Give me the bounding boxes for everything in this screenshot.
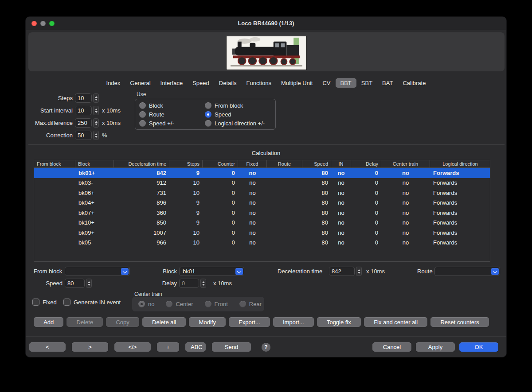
reset-counters-button[interactable]: Reset counters (430, 317, 489, 327)
from-block-combo[interactable] (65, 267, 130, 276)
export-button[interactable]: Export... (229, 317, 270, 327)
modify-button[interactable]: Modify (189, 317, 226, 327)
radio-option-from-block[interactable]: From block (205, 102, 275, 109)
table-row[interactable]: bk05-966100no80no0noForwards (34, 238, 490, 248)
column-header-counter[interactable]: Counter (203, 160, 238, 167)
next-loco-button[interactable]: > (72, 342, 108, 352)
chevron-down-icon[interactable] (121, 268, 129, 275)
column-header-in[interactable]: IN (331, 160, 351, 167)
cell-speed: 80 (302, 168, 331, 178)
correction-stepper[interactable] (93, 131, 99, 140)
help-button[interactable]: ? (262, 343, 270, 352)
abc-button[interactable]: ABC (185, 342, 206, 352)
column-header-delay[interactable]: Delay (351, 160, 381, 167)
column-header-block[interactable]: Block (75, 160, 114, 167)
cell-steps: 10 (169, 228, 203, 238)
tab-cv[interactable]: CV (317, 78, 335, 88)
route-combo[interactable] (434, 267, 500, 276)
delay-stepper[interactable] (200, 279, 206, 288)
radio-option-block[interactable]: Block (139, 102, 205, 109)
toggle-fix-button[interactable]: Toggle fix (317, 317, 361, 327)
tab-sbt[interactable]: SBT (356, 78, 377, 88)
dec-time-input[interactable] (329, 267, 355, 276)
tab-bbt[interactable]: BBT (336, 78, 356, 88)
delete-all-button[interactable]: Delete all (142, 317, 186, 327)
start-interval-input[interactable] (75, 106, 92, 115)
steps-stepper[interactable] (93, 93, 99, 103)
radio-option-route[interactable]: Route (139, 111, 205, 118)
prev-loco-button[interactable]: < (29, 342, 66, 352)
speed-stepper[interactable] (86, 279, 92, 288)
cell-in: no (331, 168, 351, 178)
loco-image-panel (28, 32, 505, 71)
fix-and-center-all-button[interactable]: Fix and center all (364, 317, 427, 327)
steps-input[interactable] (75, 93, 92, 103)
correction-input[interactable] (75, 131, 92, 140)
max-difference-stepper[interactable] (93, 118, 99, 128)
radio-option-no[interactable]: no (138, 301, 154, 307)
zoom-button[interactable] (49, 21, 55, 26)
column-header-fixed[interactable]: Fixed (238, 160, 267, 167)
cell-counter: 0 (203, 228, 238, 238)
table-row[interactable]: bk09+1007100no80no0noForwards (34, 228, 490, 238)
cell-center-train: no (381, 168, 430, 178)
tab-details[interactable]: Details (214, 78, 242, 88)
tab-calibrate[interactable]: Calibrate (398, 78, 430, 88)
radio-option-speed[interactable]: Speed +/- (139, 120, 205, 127)
radio-option-center[interactable]: Center (166, 301, 193, 307)
swap-button[interactable]: </> (114, 342, 151, 352)
tab-interface[interactable]: Interface (156, 78, 188, 88)
apply-button[interactable]: Apply (416, 342, 455, 352)
add-loco-button[interactable]: + (157, 342, 179, 352)
dec-time-stepper[interactable] (356, 267, 362, 276)
radio-option-logical-direction[interactable]: Logical direction +/- (205, 120, 275, 127)
table-row[interactable]: bk07+36090no80no0noForwards (34, 208, 490, 218)
tab-index[interactable]: Index (102, 78, 125, 88)
generate-in-checkbox[interactable] (63, 299, 70, 306)
block-combo[interactable]: bk01 (179, 267, 244, 276)
tab-general[interactable]: General (125, 78, 155, 88)
start-interval-stepper[interactable] (93, 106, 99, 115)
radio-option-rear[interactable]: Rear (239, 301, 262, 307)
import-button[interactable]: Import... (273, 317, 314, 327)
column-header-center-train[interactable]: Center train (381, 160, 430, 167)
delete-button[interactable]: Delete (66, 317, 103, 327)
generate-in-checkbox-row[interactable]: Generate IN event (63, 299, 121, 306)
cell-deceleration-time: 842 (114, 168, 169, 178)
column-header-speed[interactable]: Speed (302, 160, 331, 167)
delay-input[interactable] (179, 279, 199, 288)
table-row[interactable]: bk04+89690no80no0noForwards (34, 198, 490, 208)
cell-fixed: no (238, 218, 267, 228)
cell-logical-direction: Forwards (430, 168, 490, 178)
column-header-from-block[interactable]: From block (34, 160, 75, 167)
table-row[interactable]: bk10+85090no80no0noForwards (34, 218, 490, 228)
column-header-logical-direction[interactable]: Logical direction (430, 160, 490, 167)
table-row[interactable]: bk01+84290no80no0noForwards (34, 168, 490, 178)
column-header-deceleration-time[interactable]: Deceleration time (114, 160, 169, 167)
close-button[interactable] (31, 21, 37, 26)
fixed-checkbox[interactable] (32, 299, 39, 306)
max-difference-input[interactable] (75, 118, 92, 128)
block-label: Block (161, 268, 177, 275)
radio-option-speed[interactable]: Speed (205, 111, 275, 118)
column-header-steps[interactable]: Steps (169, 160, 203, 167)
column-header-route[interactable]: Route (267, 160, 302, 167)
send-button[interactable]: Send (212, 342, 251, 352)
tab-speed[interactable]: Speed (188, 78, 214, 88)
chevron-down-icon[interactable] (235, 268, 243, 275)
tab-multiple-unit[interactable]: Multiple Unit (276, 78, 318, 88)
cell-center-train: no (381, 228, 430, 238)
radio-option-front[interactable]: Front (205, 301, 228, 307)
table-row[interactable]: bk06+731100no80no0noForwards (34, 188, 490, 198)
tab-bat[interactable]: BAT (377, 78, 398, 88)
add-button[interactable]: Add (34, 317, 63, 327)
ok-button[interactable]: OK (459, 342, 498, 352)
speed-input[interactable] (65, 279, 85, 288)
cancel-button[interactable]: Cancel (372, 342, 411, 352)
bbt-table: From blockBlockDeceleration timeStepsCou… (34, 160, 490, 262)
tab-functions[interactable]: Functions (242, 78, 276, 88)
chevron-down-icon[interactable] (491, 268, 499, 275)
fixed-checkbox-row[interactable]: Fixed (32, 299, 57, 306)
copy-button[interactable]: Copy (106, 317, 139, 327)
table-row[interactable]: bk03-912100no80no0noForwards (34, 178, 490, 188)
